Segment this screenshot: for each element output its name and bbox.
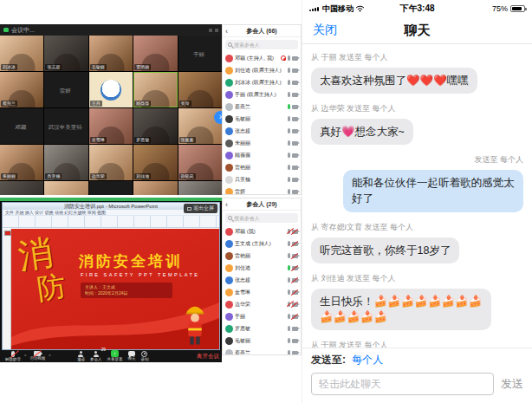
chat-button[interactable]: 聊天: [127, 351, 135, 361]
meeting-toolbar: 解除静音 ^ 启动视频 ^ 邀请 29参会人 ↑共享屏幕 聊天 录制 离开会议: [0, 350, 222, 362]
participant-row[interactable]: 雷艳丽: [223, 250, 301, 262]
camera-icon: [292, 190, 298, 194]
participant-row[interactable]: 刘佳迪 (联席主持人): [223, 64, 301, 76]
participant-row[interactable]: 罗恩敏: [223, 322, 301, 335]
avatar: [225, 301, 233, 309]
send-button[interactable]: 发送: [501, 376, 523, 392]
mic-icon: [288, 165, 290, 170]
participant-row[interactable]: 邓颖 (主持人, 我): [223, 52, 301, 64]
meeting-window-screenshare: 退出全屏 消防安全培训.ppt - Microsoft PowerPoint 文…: [0, 198, 302, 362]
participants-panel-title: 参会人 (66): [246, 28, 276, 34]
camera-icon: [292, 117, 298, 121]
screenshot-canvas: 会议中... 刘冰冰 张志超 毛敏丽 雷艳丽 于丽 蔡燕兰 雷妍 王丹 顾薇薇 …: [0, 0, 532, 403]
screenshare-screen: 退出全屏 消防安全培训.ppt - Microsoft PowerPoint 文…: [0, 198, 222, 362]
avatar: [225, 228, 233, 236]
participant-row[interactable]: 蔡燕兰: [223, 101, 301, 113]
window-maximize-icon[interactable]: [215, 29, 218, 32]
status-bar: 中国移动 下午3:48 75%: [302, 0, 532, 16]
participant-search[interactable]: [225, 213, 298, 223]
avatar: [225, 289, 233, 296]
avatar: [225, 115, 233, 123]
mic-icon: [288, 92, 290, 97]
panel-back-icon[interactable]: ‹: [225, 25, 228, 37]
camera-icon: [292, 129, 298, 133]
window-minimize-icon[interactable]: [209, 29, 212, 32]
next-page-arrow-button[interactable]: ›: [214, 111, 222, 124]
mic-icon: [288, 104, 290, 109]
participant-row[interactable]: 顾薇薇: [223, 149, 301, 161]
share-screen-button[interactable]: ↑共享屏幕: [107, 350, 122, 362]
record-button[interactable]: 录制: [140, 351, 148, 362]
mic-icon: [288, 265, 290, 270]
participant-search-input[interactable]: [234, 216, 295, 221]
camera-icon: [292, 178, 298, 182]
slide-subtitle: FIRE SAFETY PPT TEMPLATE: [81, 272, 200, 277]
video-tile: 边华荣: [89, 145, 133, 180]
participant-search[interactable]: [225, 40, 298, 49]
avatar: [225, 276, 233, 284]
leave-meeting-button[interactable]: 离开会议: [197, 353, 219, 361]
video-tile: 吕亚楠: [44, 145, 88, 180]
start-video-button[interactable]: 启动视频: [29, 351, 45, 361]
participant-row[interactable]: 刘冰冰 (联席主持人): [223, 76, 301, 88]
participant-row[interactable]: 张志超: [223, 274, 301, 286]
video-tile-novideo: 武汉中美亚特: [44, 108, 88, 144]
camera-icon: [292, 56, 298, 61]
send-to-audience-link[interactable]: 每个人: [352, 354, 383, 366]
mic-icon: [288, 128, 290, 133]
participant-row[interactable]: 雷艳丽: [223, 161, 301, 173]
participant-row[interactable]: 吕亚楠: [223, 173, 301, 185]
mic-options-chevron-icon[interactable]: ^: [24, 354, 26, 359]
participant-row[interactable]: 朱丽丽: [223, 137, 301, 149]
avatar: [225, 152, 233, 159]
participant-row[interactable]: 于丽: [223, 310, 301, 322]
participant-row[interactable]: 蔡燕兰: [223, 347, 301, 355]
unmute-button[interactable]: 解除静音: [5, 351, 21, 362]
participant-row[interactable]: 邓颖 (我): [223, 225, 301, 237]
exit-fullscreen-button[interactable]: 退出全屏: [184, 204, 217, 213]
chat-bubble-icon: [128, 351, 135, 356]
avatar: [225, 127, 233, 135]
participants-panel: ‹ 参会人 (66) 邓颖 (主持人, 我) 刘佳迪 (联席主持人) 刘冰冰 (…: [222, 24, 302, 195]
mic-icon: [288, 116, 290, 121]
avatar: [225, 176, 233, 184]
participant-row[interactable]: 刘佳迪: [223, 262, 301, 274]
avatar: [225, 325, 233, 333]
participant-row[interactable]: 金雪琳: [223, 286, 301, 298]
participant-row[interactable]: 边华荣: [223, 298, 301, 310]
panel-back-icon[interactable]: ‹: [225, 198, 228, 211]
clock-label: 下午3:48: [302, 3, 532, 15]
send-to-row: 发送至: 每个人: [311, 353, 523, 367]
participant-row[interactable]: 王文成 (主持人): [223, 237, 301, 250]
video-tile-active-speaker: 顾薇薇: [133, 72, 177, 107]
participant-row[interactable]: 于丽 (联席主持人): [223, 88, 301, 101]
video-tile: 张志超: [44, 36, 88, 71]
camera-icon: [292, 81, 298, 85]
mic-muted-icon: [288, 229, 290, 234]
mic-icon: [288, 314, 290, 319]
participant-row[interactable]: 雷妍: [223, 185, 301, 195]
participants-button[interactable]: 29参会人: [90, 351, 102, 362]
mic-icon: [288, 277, 290, 283]
participant-row[interactable]: 毛敏丽: [223, 113, 301, 125]
invite-button[interactable]: 邀请: [77, 351, 85, 362]
camera-icon: [292, 327, 298, 331]
message-list[interactable]: 从 于丽 发送至 每个人 太喜欢这种氛围了❤️❤️❤️嘿嘿 从 边华荣 发送至 …: [302, 45, 532, 348]
message-meta: 从 于丽 发送至 每个人: [311, 52, 523, 63]
avatar: [225, 103, 233, 111]
video-tile: 毛敏丽: [89, 36, 133, 71]
participant-row[interactable]: 张志超: [223, 125, 301, 137]
video-tile-novideo: 徐春梅: [89, 181, 133, 195]
mic-icon: [288, 326, 290, 331]
video-options-chevron-icon[interactable]: ^: [49, 354, 50, 359]
chat-message-input[interactable]: [311, 373, 494, 395]
search-icon: [228, 216, 232, 220]
video-tile: 王芳: [133, 181, 177, 195]
participant-search-input[interactable]: [234, 42, 295, 48]
camera-icon: [292, 339, 298, 343]
chat-message: 从 刘佳迪 发送至 每个人 生日快乐！🍰🍰🍰🍰🍰🍰🍰🍰🍰🍰🍰🍰🍰: [311, 273, 523, 330]
recording-icon: [281, 55, 286, 61]
participant-row[interactable]: 毛敏丽: [223, 335, 301, 347]
camera-off-icon: [292, 290, 298, 295]
message-bubble: 听完这首歌，你终于18岁了: [311, 237, 459, 263]
